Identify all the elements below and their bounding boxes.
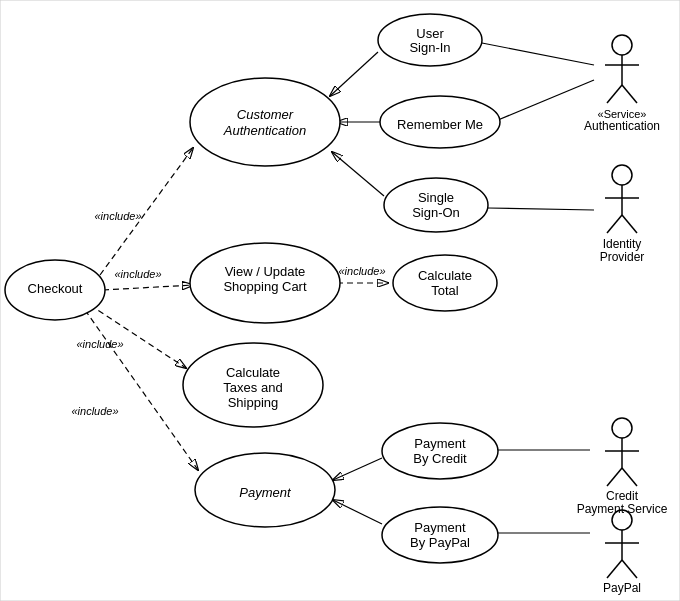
- usecase-total-label1: Calculate: [418, 268, 472, 283]
- usecase-paypal-label1: Payment: [414, 520, 466, 535]
- usecase-sso-label2: Sign-On: [412, 205, 460, 220]
- usecase-cart-label2: Shopping Cart: [223, 279, 306, 294]
- usecase-taxes-label1: Calculate: [226, 365, 280, 380]
- actor-paypal-label: PayPal: [603, 581, 641, 595]
- usecase-remember-label: Remember Me: [397, 117, 483, 132]
- usecase-paypal-label2: By PayPal: [410, 535, 470, 550]
- label-include-auth: «include»: [94, 210, 141, 222]
- usecase-taxes-label2: Taxes and: [223, 380, 282, 395]
- usecase-signin-label1: User: [416, 26, 444, 41]
- label-include-cart: «include»: [114, 268, 161, 280]
- usecase-payment-label: Payment: [239, 485, 292, 500]
- usecase-signin-label2: Sign-In: [409, 40, 450, 55]
- usecase-total-label2: Total: [431, 283, 459, 298]
- usecase-checkout-label: Checkout: [28, 281, 83, 296]
- usecase-credit-label1: Payment: [414, 436, 466, 451]
- diagram-canvas: «Service» Authentication Identity Provid…: [0, 0, 680, 601]
- actor-identity-provider-label: Identity: [603, 237, 642, 251]
- actor-identity-provider-label2: Provider: [600, 250, 645, 264]
- label-include-total: «include»: [338, 265, 385, 277]
- actor-credit-label2: Payment Service: [577, 502, 668, 516]
- usecase-sso-label1: Single: [418, 190, 454, 205]
- label-include-payment: «include»: [71, 405, 118, 417]
- actor-credit-label1: Credit: [606, 489, 639, 503]
- actor-authentication-label: Authentication: [584, 119, 660, 133]
- label-include-taxes: «include»: [76, 338, 123, 350]
- usecase-cart-label1: View / Update: [225, 264, 306, 279]
- usecase-taxes-label3: Shipping: [228, 395, 279, 410]
- usecase-auth-label2: Authentication: [223, 123, 306, 138]
- usecase-credit-label2: By Credit: [413, 451, 467, 466]
- usecase-auth-label1: Customer: [237, 107, 294, 122]
